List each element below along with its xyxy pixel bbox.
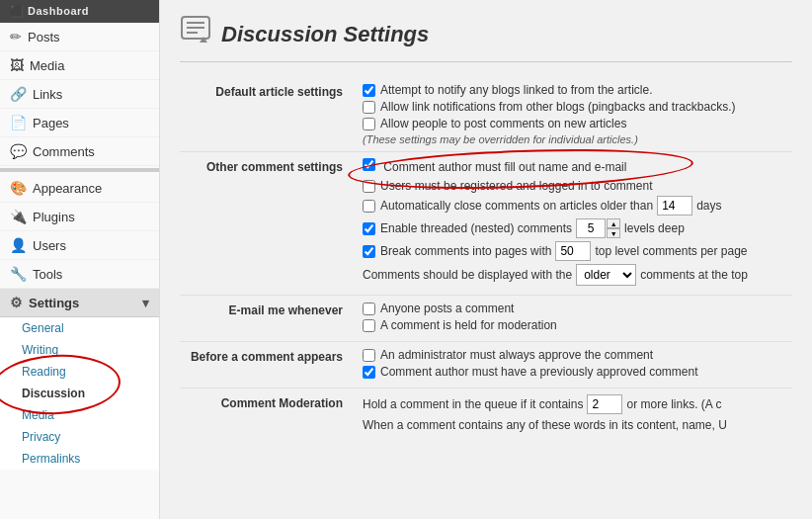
- section-controls: Hold a comment in the queue if it contai…: [358, 389, 792, 439]
- auto-close-days-input[interactable]: [657, 196, 692, 216]
- sidebar-settings-label: Settings: [29, 296, 79, 310]
- section-label: Comment Moderation: [180, 389, 358, 439]
- checkbox-author-fill[interactable]: [363, 158, 375, 171]
- sidebar-item-label: Comments: [33, 144, 95, 159]
- sidebar-item-label: Posts: [28, 30, 60, 44]
- section-label: Other comment settings: [180, 152, 358, 296]
- checkbox-previously-approved[interactable]: [363, 366, 375, 379]
- checkbox-registered-only[interactable]: [363, 180, 375, 193]
- levels-deep-label: levels deep: [624, 221, 685, 235]
- comments-icon: 💬: [10, 143, 27, 159]
- section-label: Default article settings: [180, 77, 358, 152]
- section-label: Before a comment appears: [180, 342, 358, 389]
- sidebar-item-settings[interactable]: ⚙ Settings ▾: [0, 289, 159, 317]
- checkbox-row-pages: Break comments into pages with top level…: [363, 241, 787, 261]
- checkbox-label: Anyone posts a comment: [380, 302, 514, 315]
- checkbox-anyone-posts[interactable]: [363, 303, 375, 315]
- sidebar-item-plugins[interactable]: 🔌 Plugins: [0, 203, 159, 231]
- spinner-up-button[interactable]: ▲: [607, 218, 620, 228]
- moderation-links-input[interactable]: [587, 394, 622, 414]
- submenu-item-reading[interactable]: Reading: [0, 361, 159, 383]
- checkbox-label: Allow people to post comments on new art…: [380, 117, 626, 130]
- checkbox-label: Attempt to notify any blogs linked to fr…: [380, 83, 652, 97]
- section-controls: Anyone posts a comment A comment is held…: [358, 296, 792, 342]
- section-controls: An administrator must always approve the…: [358, 342, 792, 389]
- page-header: Discussion Settings: [180, 15, 792, 62]
- sidebar-item-label: Pages: [33, 116, 69, 130]
- moderation-links-row: Hold a comment in the queue if it contai…: [363, 394, 787, 414]
- settings-icon: ⚙: [10, 295, 23, 310]
- section-other-comment: Other comment settings Comment author mu…: [180, 152, 792, 296]
- sidebar-item-posts[interactable]: ✏ Posts: [0, 23, 159, 51]
- submenu-item-permalinks[interactable]: Permalinks: [0, 448, 159, 470]
- spinner-buttons: ▲ ▼: [607, 218, 620, 238]
- links-icon: 🔗: [10, 86, 27, 102]
- or-more-links-label: or more links. (A c: [626, 397, 721, 411]
- moderation-links-label: Hold a comment in the queue if it contai…: [363, 397, 583, 411]
- checkbox-notify-blogs[interactable]: [363, 84, 375, 97]
- users-icon: 👤: [10, 237, 27, 253]
- section-controls: Comment author must fill out name and e-…: [358, 152, 792, 296]
- discussion-settings-icon: [180, 15, 211, 46]
- section-label: E-mail me whenever: [180, 296, 358, 342]
- settings-submenu: General Writing Reading Discussion Media…: [0, 317, 159, 470]
- checkbox-label: Automatically close comments on articles…: [380, 199, 653, 213]
- checkbox-label: Allow link notifications from other blog…: [380, 100, 736, 114]
- checkbox-label: A comment is held for moderation: [380, 318, 557, 332]
- sidebar: ⬛ Dashboard ✏ Posts 🖼 Media 🔗 Links 📄 Pa…: [0, 0, 160, 519]
- checkbox-admin-approve[interactable]: [363, 349, 375, 362]
- plugins-icon: 🔌: [10, 209, 27, 224]
- sidebar-divider: [0, 168, 159, 172]
- checkbox-allow-comments[interactable]: [363, 118, 375, 130]
- tools-icon: 🔧: [10, 266, 27, 282]
- submenu-item-discussion[interactable]: Discussion: [0, 383, 159, 404]
- sidebar-item-tools[interactable]: 🔧 Tools: [0, 260, 159, 289]
- checkbox-row: Allow link notifications from other blog…: [363, 100, 787, 114]
- sidebar-item-label: Users: [33, 238, 66, 253]
- page-header-icon: [180, 15, 211, 53]
- submenu-item-general[interactable]: General: [0, 317, 159, 339]
- article-settings-note: (These settings may be overridden for in…: [363, 133, 787, 145]
- sidebar-item-label: Links: [33, 87, 62, 102]
- comments-per-page-input[interactable]: [555, 241, 591, 261]
- checkbox-label: Break comments into pages with: [380, 244, 551, 258]
- checkbox-held-moderation[interactable]: [363, 319, 375, 332]
- checkbox-row: An administrator must always approve the…: [363, 348, 787, 362]
- settings-arrow-icon: ▾: [142, 296, 149, 310]
- checkbox-label: Enable threaded (nested) comments: [380, 221, 572, 235]
- pages-icon: 📄: [10, 115, 27, 130]
- section-default-article: Default article settings Attempt to noti…: [180, 77, 792, 152]
- sidebar-item-comments[interactable]: 💬 Comments: [0, 137, 159, 166]
- checkbox-label: Users must be registered and logged in t…: [380, 179, 652, 193]
- page-title: Discussion Settings: [221, 22, 429, 47]
- top-level-label: top level comments per page: [595, 244, 747, 258]
- checkbox-row-threaded: Enable threaded (nested) comments ▲ ▼ le…: [363, 218, 787, 238]
- comment-order-select[interactable]: older newer: [576, 264, 636, 286]
- checkbox-row-author-fill: Comment author must fill out name and e-…: [363, 158, 626, 174]
- sidebar-dashboard-header[interactable]: ⬛ Dashboard: [0, 0, 159, 23]
- sidebar-item-label: Tools: [33, 267, 62, 282]
- section-email-whenever: E-mail me whenever Anyone posts a commen…: [180, 296, 792, 342]
- sidebar-item-media[interactable]: 🖼 Media: [0, 51, 159, 80]
- threaded-levels-input[interactable]: [576, 218, 606, 238]
- checkbox-row: Users must be registered and logged in t…: [363, 179, 787, 193]
- checkbox-row: Comment author must have a previously ap…: [363, 365, 787, 379]
- sidebar-item-pages[interactable]: 📄 Pages: [0, 109, 159, 137]
- sidebar-item-links[interactable]: 🔗 Links: [0, 80, 159, 109]
- sidebar-item-label: Appearance: [33, 181, 102, 196]
- checkbox-break-pages[interactable]: [363, 245, 375, 258]
- submenu-item-writing[interactable]: Writing: [0, 339, 159, 361]
- sidebar-item-label: Plugins: [33, 210, 75, 224]
- sidebar-item-appearance[interactable]: 🎨 Appearance: [0, 174, 159, 203]
- display-order-label: Comments should be displayed with the: [363, 268, 572, 282]
- checkbox-row: Allow people to post comments on new art…: [363, 117, 787, 130]
- submenu-item-privacy[interactable]: Privacy: [0, 426, 159, 448]
- spinner-down-button[interactable]: ▼: [607, 228, 620, 238]
- checkbox-threaded[interactable]: [363, 222, 375, 235]
- submenu-item-media[interactable]: Media: [0, 404, 159, 426]
- days-label: days: [696, 199, 721, 213]
- checkbox-link-notifications[interactable]: [363, 101, 375, 114]
- main-content: Discussion Settings Default article sett…: [160, 0, 812, 519]
- checkbox-auto-close[interactable]: [363, 200, 375, 213]
- sidebar-item-users[interactable]: 👤 Users: [0, 231, 159, 260]
